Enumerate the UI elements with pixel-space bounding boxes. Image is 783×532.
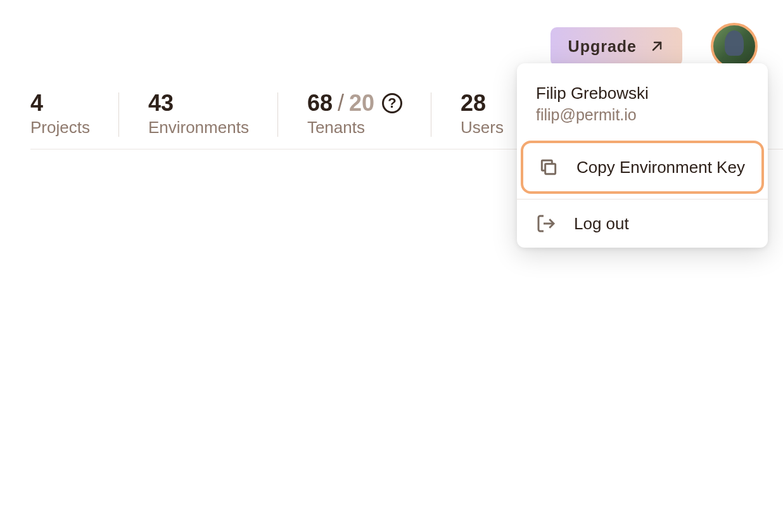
logout-item[interactable]: Log out bbox=[517, 200, 768, 248]
topbar: Upgrade bbox=[551, 23, 758, 70]
stat-label: Projects bbox=[30, 118, 90, 137]
copy-environment-key-item[interactable]: Copy Environment Key bbox=[521, 141, 764, 194]
copy-icon bbox=[538, 157, 559, 177]
upgrade-button[interactable]: Upgrade bbox=[551, 27, 682, 66]
external-link-icon bbox=[649, 39, 665, 54]
stat-value: 4 bbox=[30, 90, 90, 117]
user-dropdown: Filip Grebowski filip@permit.io Copy Env… bbox=[517, 63, 768, 248]
svg-line-0 bbox=[653, 42, 661, 50]
stat-environments: 43 Environments bbox=[148, 90, 278, 137]
stat-current: 68 bbox=[307, 90, 333, 117]
svg-rect-1 bbox=[545, 164, 556, 174]
dropdown-item-label: Copy Environment Key bbox=[576, 158, 745, 177]
stat-value: 68/20 ? bbox=[307, 90, 402, 117]
stat-label: Tenants bbox=[307, 118, 402, 137]
dropdown-item-label: Log out bbox=[574, 214, 629, 234]
avatar[interactable] bbox=[711, 23, 758, 70]
stat-tenants: 68/20 ? Tenants bbox=[307, 90, 431, 137]
user-email: filip@permit.io bbox=[536, 106, 749, 124]
stat-label: Environments bbox=[148, 118, 249, 137]
slash: / bbox=[338, 90, 344, 117]
help-icon[interactable]: ? bbox=[382, 93, 402, 113]
stat-projects: 4 Projects bbox=[30, 90, 119, 137]
logout-icon bbox=[536, 213, 556, 234]
stat-limit: 20 bbox=[349, 90, 374, 117]
user-name: Filip Grebowski bbox=[536, 84, 749, 103]
stat-value: 43 bbox=[148, 90, 249, 117]
dropdown-header: Filip Grebowski filip@permit.io bbox=[517, 63, 768, 138]
stat-value: 28 bbox=[461, 90, 504, 117]
stat-label: Users bbox=[461, 118, 504, 137]
upgrade-button-label: Upgrade bbox=[568, 37, 637, 56]
